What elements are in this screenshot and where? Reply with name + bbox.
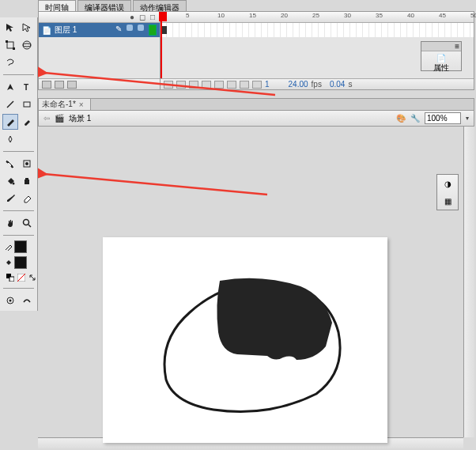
layer-name: 图层 1 — [55, 25, 77, 36]
svg-rect-16 — [9, 277, 14, 282]
layer-visible-dot-icon[interactable] — [127, 25, 133, 31]
document-tab[interactable]: 未命名-1* × — [39, 99, 91, 110]
play-button[interactable] — [189, 81, 198, 89]
timeline-status: 1 24.00 fps 0.04 s — [161, 78, 474, 89]
text-tool-icon[interactable]: T — [20, 79, 36, 95]
svg-line-14 — [28, 225, 31, 227]
fill-color-swatch[interactable] — [14, 256, 27, 269]
onion-outline-button[interactable] — [240, 81, 249, 89]
onion-skin-button[interactable] — [227, 81, 236, 89]
layer-type-icon: 📄 — [42, 26, 51, 35]
layer-lock-dot-icon[interactable] — [138, 25, 144, 31]
mini-palette-icon-1[interactable]: ◑ — [444, 180, 451, 188]
lock-column-icon[interactable]: ◻ — [139, 13, 145, 21]
no-color-icon[interactable] — [17, 273, 26, 282]
svg-rect-0 — [7, 42, 13, 48]
frame-grid[interactable] — [161, 23, 474, 37]
option-snap-icon[interactable] — [2, 293, 18, 308]
keyframe-icon[interactable] — [161, 26, 167, 34]
new-folder-button[interactable] — [55, 81, 64, 89]
tick: 45 — [439, 12, 446, 19]
back-arrow-icon[interactable]: ⇦ — [43, 114, 50, 123]
layer-outline-box-icon[interactable] — [149, 25, 157, 36]
prev-frame-button[interactable] — [176, 81, 186, 89]
outline-column-icon[interactable]: □ — [150, 13, 155, 21]
zoom-input[interactable]: 100% — [425, 112, 461, 124]
edit-symbols-icon[interactable]: 🔧 — [410, 114, 420, 123]
stage-canvas[interactable] — [103, 237, 387, 443]
properties-icon: 📄 — [421, 54, 461, 62]
seconds-label: s — [348, 80, 352, 89]
zoom-dropdown-icon[interactable]: ▾ — [466, 115, 469, 122]
layers-header: ● ◻ □ — [39, 12, 160, 23]
rectangle-tool-icon[interactable] — [20, 96, 36, 112]
layers-panel: ● ◻ □ 📄 图层 1 ✎ — [39, 12, 161, 89]
mini-palette-icon-2[interactable]: ▦ — [444, 197, 451, 206]
swap-colors-icon[interactable] — [28, 273, 37, 282]
panel-menu-icon[interactable]: ≡ — [455, 42, 459, 51]
drawing — [103, 237, 387, 443]
close-document-icon[interactable]: × — [79, 100, 84, 109]
timeline-panel: ● ◻ □ 📄 图层 1 ✎ 1 5 10 15 20 25 — [38, 11, 474, 90]
stage-area: ◑ ▦ — [38, 127, 474, 448]
mini-palette[interactable]: ◑ ▦ — [436, 174, 459, 210]
pen-tool-icon[interactable] — [2, 79, 18, 95]
fps-label: fps — [312, 80, 322, 89]
svg-rect-1 — [6, 40, 8, 43]
svg-line-6 — [7, 101, 13, 108]
tick: 40 — [407, 12, 414, 19]
hand-tool-icon[interactable] — [2, 215, 18, 231]
svg-rect-12 — [25, 178, 28, 180]
svg-rect-2 — [13, 47, 15, 50]
subselection-tool-icon[interactable] — [20, 20, 36, 36]
properties-label: 属性 — [421, 62, 461, 74]
bone-tool-icon[interactable] — [2, 156, 18, 172]
last-frame-button[interactable] — [214, 81, 224, 89]
new-layer-button[interactable] — [42, 81, 51, 89]
tick: 5 — [186, 12, 189, 19]
eyedropper-tool-icon[interactable] — [2, 191, 18, 206]
edit-scene-icon[interactable]: 🎨 — [396, 114, 406, 123]
frame-ruler[interactable]: 1 5 10 15 20 25 30 35 40 45 50 — [161, 12, 474, 23]
time-value: 0.04 — [330, 80, 345, 89]
scene-bar: ⇦ 🎬 场景 1 🎨 🔧 100% ▾ — [38, 111, 474, 127]
free-transform-tool-icon[interactable] — [2, 37, 18, 53]
document-tab-bar: 未命名-1* × — [38, 98, 474, 111]
ink-bottle-tool-icon[interactable] — [20, 173, 36, 189]
zoom-value: 100% — [427, 114, 448, 123]
lasso-tool-icon[interactable] — [2, 55, 18, 70]
pencil-tool-icon[interactable] — [2, 114, 18, 130]
scene-label[interactable]: 场景 1 — [69, 113, 91, 124]
bind-tool-icon[interactable] — [20, 156, 36, 172]
scene-icon: 🎬 — [55, 114, 64, 123]
default-colors-icon[interactable] — [6, 273, 15, 282]
edit-multiple-button[interactable] — [252, 81, 262, 89]
selection-tool-icon[interactable] — [2, 20, 18, 36]
line-tool-icon[interactable] — [2, 96, 18, 112]
brush-tool-icon[interactable] — [20, 114, 36, 130]
document-name: 未命名-1* — [42, 99, 76, 110]
zoom-tool-icon[interactable] — [20, 215, 36, 231]
3d-rotation-tool-icon[interactable] — [20, 37, 36, 53]
paint-bucket-tool-icon[interactable] — [2, 173, 18, 189]
first-frame-button[interactable] — [164, 81, 173, 89]
delete-layer-button[interactable] — [67, 81, 77, 89]
svg-point-10 — [12, 183, 14, 185]
eye-column-icon[interactable]: ● — [130, 13, 134, 21]
layer-row[interactable]: 📄 图层 1 ✎ — [39, 23, 160, 37]
stroke-color-swatch[interactable] — [14, 240, 27, 253]
option-smooth-icon[interactable] — [20, 293, 36, 308]
deco-tool-icon[interactable] — [2, 131, 18, 147]
tool-palette: T — [0, 17, 38, 311]
svg-rect-7 — [24, 102, 30, 107]
vertical-scrollbar[interactable] — [463, 127, 474, 437]
next-frame-button[interactable] — [202, 81, 211, 89]
tick: 25 — [312, 12, 319, 19]
svg-point-13 — [24, 220, 29, 225]
properties-panel[interactable]: ≡ 📄 属性 — [421, 41, 462, 71]
svg-text:T: T — [24, 83, 28, 92]
tick: 10 — [217, 12, 225, 19]
eraser-tool-icon[interactable] — [20, 191, 36, 206]
tick: 20 — [281, 12, 288, 19]
tick: 30 — [344, 12, 351, 19]
